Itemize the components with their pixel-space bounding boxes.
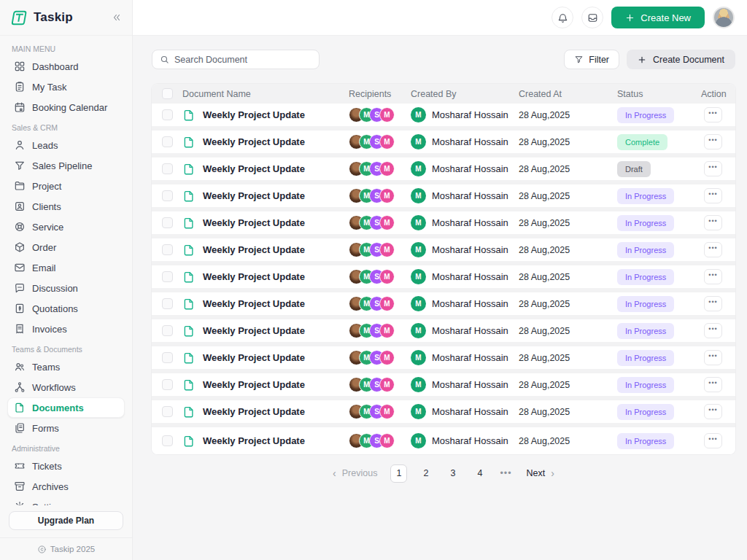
row-checkbox[interactable]	[162, 163, 173, 174]
row-actions-button[interactable]: •••	[704, 350, 722, 365]
sidebar-item-documents[interactable]: Documents	[7, 397, 125, 418]
row-actions-button[interactable]: •••	[704, 161, 722, 176]
sidebar-item-invoices[interactable]: Invoices	[7, 319, 125, 339]
select-all-checkbox[interactable]	[162, 88, 173, 99]
row-checkbox[interactable]	[162, 217, 173, 228]
row-actions-button[interactable]: •••	[704, 269, 722, 284]
row-actions-button[interactable]: •••	[704, 433, 722, 448]
document-name-cell[interactable]: Weekly Project Update	[182, 163, 349, 176]
document-name-cell[interactable]: Weekly Project Update	[182, 190, 349, 203]
table-body: Weekly Project Update MSM M Mosharaf Hos…	[152, 104, 735, 454]
filter-button[interactable]: Filter	[564, 50, 619, 69]
row-checkbox[interactable]	[162, 352, 173, 363]
row-actions-button[interactable]: •••	[704, 107, 722, 122]
row-checkbox[interactable]	[162, 379, 173, 390]
pagination-page-1[interactable]: 1	[390, 464, 407, 483]
created-at-cell: 28 Aug,2025	[519, 353, 617, 363]
action-cell: •••	[701, 269, 725, 284]
sidebar-item-order[interactable]: Order	[7, 237, 125, 257]
sidebar-item-email[interactable]: Email	[7, 257, 125, 278]
row-checkbox[interactable]	[162, 325, 173, 336]
row-checkbox[interactable]	[162, 109, 173, 120]
document-name-cell[interactable]: Weekly Project Update	[182, 405, 349, 419]
create-new-button[interactable]: Create New	[611, 7, 705, 28]
created-by-cell: M Mosharaf Hossain	[411, 107, 519, 122]
invoice-icon	[14, 323, 26, 335]
sidebar-item-clients[interactable]: Clients	[7, 196, 125, 217]
sidebar-item-service[interactable]: Service	[7, 217, 125, 237]
sidebar-item-workflows[interactable]: Workflows	[7, 377, 125, 397]
pagination-previous-button[interactable]: ‹Previous	[327, 468, 383, 478]
user-avatar[interactable]	[713, 7, 735, 28]
search-input[interactable]	[174, 55, 311, 65]
sidebar-item-teams[interactable]: Teams	[7, 357, 125, 377]
document-name-cell[interactable]: Weekly Project Update	[182, 378, 349, 392]
document-name-cell[interactable]: Weekly Project Update	[182, 271, 349, 284]
row-actions-button[interactable]: •••	[704, 296, 722, 311]
document-name-cell[interactable]: Weekly Project Update	[182, 244, 349, 257]
recipient-avatar: M	[379, 107, 395, 122]
row-actions-button[interactable]: •••	[704, 377, 722, 392]
sidebar-item-label: Sales Pipeline	[32, 160, 92, 171]
sidebar-item-tickets[interactable]: Tickets	[7, 456, 125, 476]
sidebar-collapse-button[interactable]	[110, 11, 123, 24]
document-name-cell[interactable]: Weekly Project Update	[182, 136, 349, 149]
pagination-next-button[interactable]: Next›	[521, 468, 560, 478]
sidebar-item-discussion[interactable]: Discussion	[7, 278, 125, 298]
creator-avatar: M	[411, 323, 426, 338]
document-name-cell[interactable]: Weekly Project Update	[182, 217, 349, 230]
document-name-cell[interactable]: Weekly Project Update	[182, 351, 349, 365]
sidebar-item-archives[interactable]: Archives	[7, 476, 125, 497]
created-by-cell: M Mosharaf Hossain	[411, 323, 519, 338]
brand-logo[interactable]: Taskip	[10, 9, 73, 27]
row-checkbox[interactable]	[162, 190, 173, 201]
clients-icon	[14, 201, 26, 212]
row-actions-button[interactable]: •••	[704, 134, 722, 149]
row-actions-button[interactable]: •••	[704, 215, 722, 230]
row-checkbox[interactable]	[162, 244, 173, 255]
sidebar-item-label: Documents	[32, 402, 84, 413]
row-actions-button[interactable]: •••	[704, 242, 722, 257]
pagination-page-2[interactable]: 2	[417, 464, 434, 483]
upgrade-plan-button[interactable]: Upgrade Plan	[9, 511, 123, 530]
status-badge: In Progress	[617, 296, 674, 312]
sidebar-item-my-task[interactable]: My Task	[7, 77, 125, 97]
row-checkbox[interactable]	[162, 406, 173, 417]
row-checkbox[interactable]	[162, 435, 173, 446]
table-row: Weekly Project Update MSM M Mosharaf Hos…	[152, 265, 735, 292]
sidebar-item-dashboard[interactable]: Dashboard	[7, 56, 125, 77]
sidebar-item-settings[interactable]: Settings	[7, 497, 125, 505]
create-document-button[interactable]: Create Document	[627, 50, 735, 69]
pagination-page-3[interactable]: 3	[444, 464, 461, 483]
row-checkbox[interactable]	[162, 136, 173, 147]
sidebar-item-sales-pipeline[interactable]: Sales Pipeline	[7, 155, 125, 176]
recipients-cell: MSM	[349, 215, 411, 230]
pagination-page-4[interactable]: 4	[471, 464, 488, 483]
row-actions-button[interactable]: •••	[704, 323, 722, 338]
sidebar-item-booking-calendar[interactable]: Booking Calendar	[7, 97, 125, 117]
inbox-button[interactable]	[581, 7, 603, 28]
created-at-cell: 28 Aug,2025	[519, 407, 617, 417]
nav-section-label-sales-crm: Sales & CRM	[12, 123, 120, 132]
column-header-recipients: Recipients	[349, 89, 411, 99]
row-checkbox[interactable]	[162, 271, 173, 282]
brand-name: Taskip	[34, 10, 73, 25]
document-name-cell[interactable]: Weekly Project Update	[182, 435, 349, 448]
document-name-cell[interactable]: Weekly Project Update	[182, 324, 349, 338]
sidebar-item-project[interactable]: Project	[7, 176, 125, 196]
status-cell: Complete	[617, 134, 701, 150]
sidebar: Taskip MAIN MENU Dashboard My Task Booki…	[0, 0, 133, 560]
sidebar-item-quotations[interactable]: Quotations	[7, 298, 125, 319]
row-actions-button[interactable]: •••	[704, 404, 722, 419]
recipient-avatar: M	[379, 323, 395, 338]
row-actions-button[interactable]: •••	[704, 188, 722, 203]
created-by-cell: M Mosharaf Hossain	[411, 188, 519, 203]
sidebar-item-forms[interactable]: Forms	[7, 418, 125, 438]
notifications-button[interactable]	[551, 7, 573, 28]
document-name-cell[interactable]: Weekly Project Update	[182, 298, 349, 311]
status-cell: In Progress	[617, 350, 701, 366]
sidebar-item-leads[interactable]: Leads	[7, 135, 125, 155]
document-name-cell[interactable]: Weekly Project Update	[182, 109, 349, 122]
document-icon	[182, 190, 196, 203]
row-checkbox[interactable]	[162, 298, 173, 309]
